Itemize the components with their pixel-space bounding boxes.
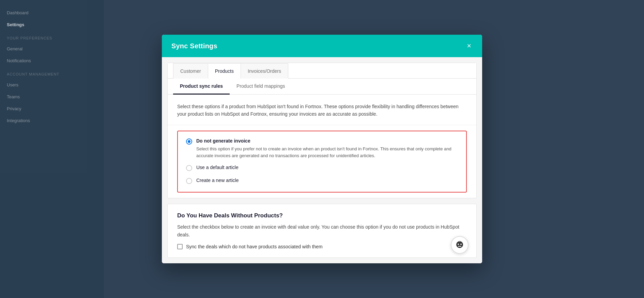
tab-customer[interactable]: Customer bbox=[173, 63, 208, 79]
deals-checkbox-input[interactable] bbox=[177, 244, 183, 249]
deals-section: Do You Have Deals Without Products? Sele… bbox=[167, 204, 477, 258]
deals-checkbox-option[interactable]: Sync the deals which do not have product… bbox=[177, 244, 467, 249]
svg-point-2 bbox=[460, 244, 462, 245]
radio-new-article-label: Create a new article bbox=[196, 178, 458, 183]
radio-option-no-invoice[interactable]: Do not generate invoice Select this opti… bbox=[186, 138, 458, 159]
sub-tabs: Product sync rules Product field mapping… bbox=[168, 79, 476, 95]
tab-product-field-mappings[interactable]: Product field mappings bbox=[230, 79, 292, 95]
modal-backdrop: Sync Settings × Customer Products Invoic… bbox=[0, 0, 644, 298]
description-text: Select these options if a product from H… bbox=[177, 103, 467, 118]
radio-default-article-input[interactable] bbox=[186, 165, 192, 171]
radio-new-article-input[interactable] bbox=[186, 178, 192, 184]
modal-inner-card: Customer Products Invoices/Orders Produc… bbox=[167, 63, 477, 198]
radio-option-default-article[interactable]: Use a default article bbox=[186, 165, 458, 172]
top-tabs: Customer Products Invoices/Orders bbox=[168, 63, 476, 79]
close-button[interactable]: × bbox=[465, 41, 473, 51]
radio-default-article-label: Use a default article bbox=[196, 165, 458, 170]
radio-option-new-article[interactable]: Create a new article bbox=[186, 178, 458, 185]
deals-section-desc: Select the checkbox below to create an i… bbox=[177, 223, 467, 238]
radio-new-article-group: Create a new article bbox=[196, 178, 458, 185]
radio-default-article-group: Use a default article bbox=[196, 165, 458, 172]
deals-section-title: Do You Have Deals Without Products? bbox=[177, 212, 467, 219]
modal-title: Sync Settings bbox=[171, 42, 217, 50]
chatbot-icon bbox=[455, 240, 465, 250]
radio-no-invoice-group: Do not generate invoice Select this opti… bbox=[196, 138, 458, 159]
tab-invoices[interactable]: Invoices/Orders bbox=[241, 63, 288, 79]
radio-no-invoice-input[interactable] bbox=[186, 138, 192, 145]
radio-options-box: Do not generate invoice Select this opti… bbox=[177, 131, 467, 193]
tab-products[interactable]: Products bbox=[208, 63, 241, 79]
modal-header: Sync Settings × bbox=[162, 35, 482, 57]
svg-point-1 bbox=[458, 244, 459, 245]
chatbot-button[interactable] bbox=[451, 236, 469, 254]
svg-point-5 bbox=[459, 241, 460, 242]
modal-body: Customer Products Invoices/Orders Produc… bbox=[162, 57, 482, 263]
radio-no-invoice-desc: Select this option if you prefer not to … bbox=[196, 146, 458, 159]
deals-checkbox-label: Sync the deals which do not have product… bbox=[186, 244, 323, 249]
tab-product-sync-rules[interactable]: Product sync rules bbox=[173, 79, 230, 95]
svg-rect-3 bbox=[458, 246, 461, 247]
radio-no-invoice-label: Do not generate invoice bbox=[196, 138, 458, 144]
description-section: Select these options if a product from H… bbox=[168, 95, 476, 125]
sync-settings-modal: Sync Settings × Customer Products Invoic… bbox=[162, 35, 482, 263]
